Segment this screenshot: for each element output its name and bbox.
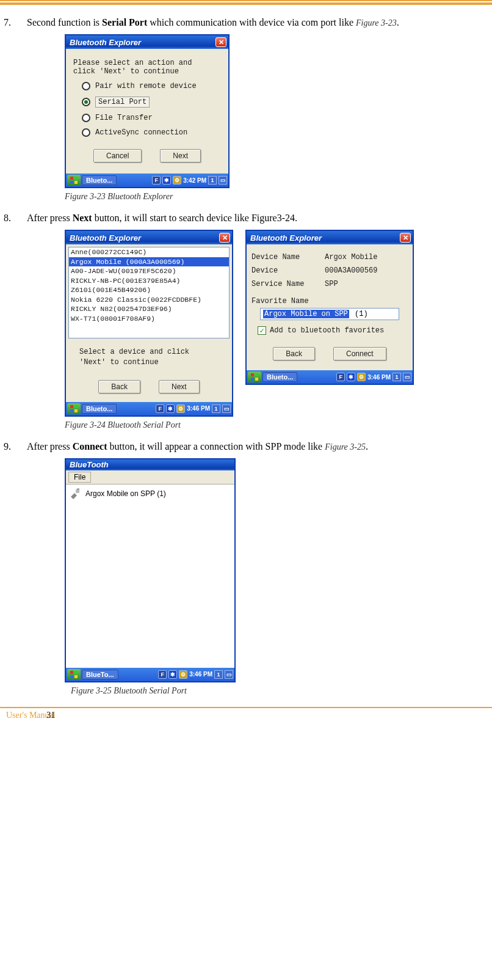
step-text: After press Connect button, it will appe… xyxy=(27,441,488,452)
figure-caption-3-23: Figure 3-23 Bluetooth Explorer xyxy=(65,192,488,202)
value-device-name: Argox Mobile xyxy=(325,253,377,261)
device-list-item[interactable]: A00-JADE-WU(00197EF5C620) xyxy=(69,266,229,276)
step-8: 8. After press Next button, it will star… xyxy=(4,213,488,224)
tray-icon[interactable]: ⚙ xyxy=(357,373,366,381)
tray-one-icon[interactable]: 1 xyxy=(214,670,223,679)
figure-caption-3-25: Figure 3-25 Bluetooth Serial Port xyxy=(71,686,488,696)
connection-item[interactable]: Argox Mobile on SPP (1) xyxy=(70,488,231,499)
taskbar: Blueto... F ✱ ⚙ 3:46 PM 1 ▭ xyxy=(66,402,232,415)
page-footer: User's Manual 31 xyxy=(0,711,492,726)
bluetooth-icon[interactable]: ✱ xyxy=(166,404,175,413)
radio-activesync[interactable]: ActiveSync connection xyxy=(82,128,223,137)
connection-icon xyxy=(70,488,82,499)
device-list-item[interactable]: Z610i(001E45B49206) xyxy=(69,285,229,295)
tray-f-icon[interactable]: F xyxy=(336,373,345,381)
step-7: 7. Second function is Serial Port which … xyxy=(4,17,488,28)
tray-one-icon[interactable]: 1 xyxy=(212,404,220,413)
tray-f-icon[interactable]: F xyxy=(152,176,161,185)
step-text: Second function is Serial Port which com… xyxy=(27,17,488,28)
figure-ref-3-25: Figure 3-25 xyxy=(325,442,366,452)
label-device: Device xyxy=(251,266,325,275)
svg-rect-17 xyxy=(70,675,73,678)
radio-pair-remote[interactable]: Pair with remote device xyxy=(82,82,223,90)
taskbar-clock: 3:46 PM xyxy=(367,374,391,381)
taskbar-app[interactable]: Blueto... xyxy=(82,175,117,185)
checkbox-add-favorites[interactable]: ✓ Add to bluetooth favorites xyxy=(258,326,402,335)
tray-one-icon[interactable]: 1 xyxy=(208,176,217,185)
connection-list: Argox Mobile on SPP (1) xyxy=(66,485,234,668)
tray-icon[interactable]: ⚙ xyxy=(173,176,181,185)
svg-rect-8 xyxy=(251,373,254,376)
figure-ref-3-23: Figure 3-23 xyxy=(356,18,397,27)
window-bluetooth-connection: BlueTooth File Argox Mobile on SPP (1) B… xyxy=(65,458,236,682)
bluetooth-icon[interactable]: ✱ xyxy=(162,176,171,185)
tray-f-icon[interactable]: F xyxy=(158,670,167,679)
figure-caption-3-24: Figure 3-24 Bluetooth Serial Port xyxy=(65,420,488,430)
close-icon[interactable]: ✕ xyxy=(219,233,230,243)
titlebar: Bluetooth Explorer ✕ xyxy=(66,35,228,49)
device-list-item[interactable]: Anne(000272CC149C) xyxy=(69,247,229,257)
tray-icon[interactable]: ⚙ xyxy=(176,404,185,413)
window-title: Bluetooth Explorer xyxy=(70,38,141,47)
bluetooth-icon[interactable]: ✱ xyxy=(168,670,177,679)
taskbar-app[interactable]: Blueto... xyxy=(82,404,117,414)
bluetooth-icon[interactable]: ✱ xyxy=(347,373,355,381)
svg-rect-6 xyxy=(70,409,73,412)
radio-serial-port[interactable]: Serial Port xyxy=(82,97,223,108)
radio-icon xyxy=(82,98,90,106)
favorite-name-input[interactable]: Argox Mobile on SPP (1) xyxy=(260,308,399,320)
radio-icon xyxy=(82,82,90,90)
taskbar: Blueto... F ✱ ⚙ 3:46 PM 1 ▭ xyxy=(247,370,413,384)
value-service-name: SPP xyxy=(325,280,338,288)
back-button[interactable]: Back xyxy=(273,347,315,360)
instruction-text: Select a device and click 'Next' to cont… xyxy=(79,347,230,368)
svg-rect-16 xyxy=(74,671,78,674)
start-button[interactable] xyxy=(67,403,81,414)
checkbox-icon: ✓ xyxy=(258,326,266,335)
device-listbox[interactable]: Anne(000272CC149C)Argox Mobile (000A3A00… xyxy=(68,247,230,338)
tray-f-icon[interactable]: F xyxy=(156,404,164,413)
radio-file-transfer[interactable]: File Transfer xyxy=(82,114,223,122)
connection-label: Argox Mobile on SPP (1) xyxy=(85,489,166,498)
start-button[interactable] xyxy=(248,371,261,382)
svg-rect-9 xyxy=(255,373,258,376)
device-list-item[interactable]: RICKLY N82(002547D3EF96) xyxy=(69,304,229,314)
svg-rect-3 xyxy=(74,181,78,184)
next-button[interactable]: Next xyxy=(160,149,201,163)
window-bluetooth-explorer-1: Bluetooth Explorer ✕ Please select an ac… xyxy=(65,34,230,188)
svg-rect-5 xyxy=(74,405,78,408)
taskbar-app[interactable]: BlueTo... xyxy=(82,670,118,679)
instruction-text: Please select an action and click 'Next'… xyxy=(73,59,221,76)
desktop-icon[interactable]: ▭ xyxy=(225,670,233,679)
radio-icon xyxy=(82,128,90,137)
start-button[interactable] xyxy=(67,669,81,680)
device-list-item[interactable]: Nokia 6220 Classic(0022FCDDBFE) xyxy=(69,295,229,305)
close-icon[interactable]: ✕ xyxy=(215,37,226,47)
close-icon[interactable]: ✕ xyxy=(400,233,411,243)
svg-rect-10 xyxy=(251,378,254,381)
window-bluetooth-explorer-device-detail: Bluetooth Explorer ✕ Device NameArgox Mo… xyxy=(245,230,414,385)
desktop-icon[interactable]: ▭ xyxy=(403,373,411,381)
svg-rect-2 xyxy=(70,181,73,184)
svg-rect-11 xyxy=(255,378,258,381)
start-button[interactable] xyxy=(67,175,81,186)
connect-button[interactable]: Connect xyxy=(333,347,386,360)
tray-one-icon[interactable]: 1 xyxy=(393,373,401,381)
taskbar: BlueTo... F ✱ ⚙ 3:46 PM 1 ▭ xyxy=(66,668,234,681)
device-list-item[interactable]: WX-T71(08001F708AF9) xyxy=(69,314,229,324)
menu-file[interactable]: File xyxy=(68,472,91,483)
svg-rect-15 xyxy=(70,671,73,674)
next-button[interactable]: Next xyxy=(159,380,200,393)
desktop-icon[interactable]: ▭ xyxy=(219,176,227,185)
taskbar-app[interactable]: Blueto... xyxy=(262,372,297,382)
menubar: File xyxy=(66,470,234,485)
titlebar: BlueTooth xyxy=(66,459,234,470)
device-list-item[interactable]: Argox Mobile (000A3A000569) xyxy=(69,257,229,267)
svg-rect-0 xyxy=(70,177,73,180)
back-button[interactable]: Back xyxy=(98,380,140,393)
tray-icon[interactable]: ⚙ xyxy=(179,670,187,679)
desktop-icon[interactable]: ▭ xyxy=(222,404,231,413)
step-number: 7. xyxy=(4,17,27,28)
device-list-item[interactable]: RICKLY-NB-PC(001E379E85A4) xyxy=(69,276,229,286)
cancel-button[interactable]: Cancel xyxy=(93,149,142,163)
